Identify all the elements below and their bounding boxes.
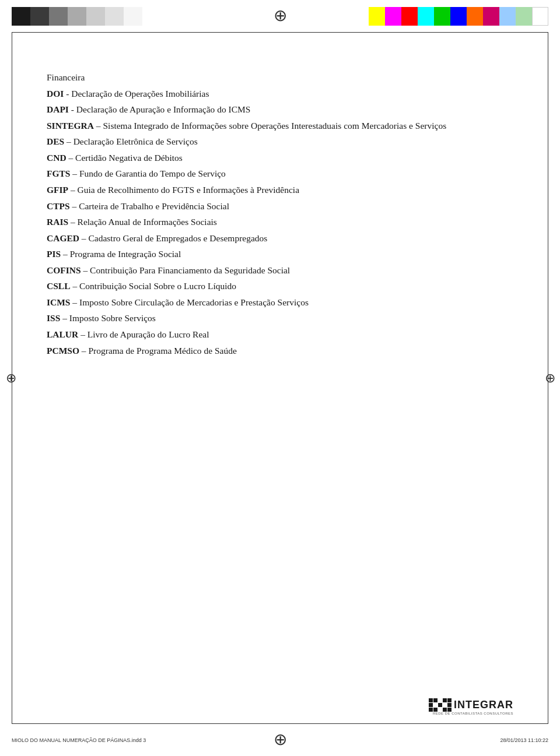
term-pis: PIS [47,249,61,259]
separator: – [61,249,70,259]
separator: – [81,265,90,275]
crosshair-right-icon: ⊕ [545,371,555,386]
definition-pis: Programa de Integração Social [70,249,181,259]
logo-text: INTEGRAR [454,699,513,711]
footer-left: MIOLO DO MANUAL NUMERAÇÃO DE PÁGINAS.ind… [12,737,146,743]
separator: – [79,346,89,356]
definition-dapi: Declaração de Apuração e Informação do I… [76,104,251,114]
term-rais: RAIS [47,217,68,227]
term-ctps: CTPS [47,201,70,211]
swatch [467,7,483,26]
definition-iss: Imposto Sobre Serviços [69,313,156,323]
definition-doi: Declaração de Operações Imobiliárias [71,89,209,99]
separator: - [64,89,71,99]
separator: – [66,153,76,163]
list-item: CTPS – Carteira de Trabalho e Previdênci… [47,199,513,214]
list-item: ICMS – Imposto Sobre Circulação de Merca… [47,295,513,310]
list-item: LALUR – Livro de Apuração do Lucro Real [47,327,513,342]
separator: – [68,185,78,195]
swatch [532,7,548,26]
crosshair-top-icon: ⊕ [274,6,287,25]
term-des: DES [47,136,64,146]
list-item: DES – Declaração Eletrônica de Serviços [47,134,513,149]
term-gfip: GFIP [47,185,68,195]
swatch [418,7,434,26]
swatch [499,7,516,26]
logo-area: INTEGRAR REDE DE CONTABILISTAS CONSULTOR… [429,698,513,715]
footer-bar: MIOLO DO MANUAL NUMERAÇÃO DE PÁGINAS.ind… [0,724,560,756]
definition-sintegra: Sistema Integrado de Informações sobre O… [103,121,446,131]
list-item: COFINS – Contribuição Para Financiamento… [47,263,513,278]
logo-subtext: REDE DE CONTABILISTAS CONSULTORES [433,712,513,715]
list-item: SINTEGRA – Sistema Integrado de Informaç… [47,118,513,133]
swatch [68,7,86,26]
separator: – [71,281,80,291]
list-item: DAPI - Declaração de Apuração e Informaç… [47,102,513,117]
swatch [86,7,105,26]
swatch [401,7,418,26]
definition-des: Declaração Eletrônica de Serviços [74,136,198,146]
definition-rais: Relação Anual de Informações Sociais [78,217,217,227]
definition-caged: Cadastro Geral de Empregados e Desempreg… [88,233,267,243]
color-strip-right [369,7,548,26]
list-item: RAIS – Relação Anual de Informações Soci… [47,215,513,230]
separator: – [64,136,74,146]
swatch [385,7,401,26]
term-caged: CAGED [47,233,79,243]
list-item: PIS – Programa de Integração Social [47,247,513,262]
separator: – [94,121,103,131]
integrar-logo: INTEGRAR REDE DE CONTABILISTAS CONSULTOR… [429,698,513,715]
definition-icms: Imposto Sobre Circulação de Mercadorias … [79,297,309,307]
main-content: Financeira DOI - Declaração de Operações… [47,70,513,709]
term-dapi: DAPI [47,104,69,114]
definition-ctps: Carteira de Trabalho e Previdência Socia… [79,201,229,211]
term-sintegra: SINTEGRA [47,121,94,131]
list-item: PCMSO – Programa de Programa Médico de S… [47,343,513,358]
list-item: CSLL – Contribuição Social Sobre o Lucro… [47,279,513,294]
list-item: ISS – Imposto Sobre Serviços [47,311,513,326]
definition-lalur: Livro de Apuração do Lucro Real [88,329,209,339]
definition-cnd: Certidão Negativa de Débitos [75,153,183,163]
list-item: DOI - Declaração de Operações Imobiliári… [47,86,513,101]
swatch [124,7,142,26]
swatch [30,7,49,26]
swatch [369,7,385,26]
separator: – [70,201,79,211]
crosshair-bottom-icon: ⊕ [274,730,287,749]
definition-csll: Contribuição Social Sobre o Lucro Líquid… [79,281,236,291]
list-item: CND – Certidão Negativa de Débitos [47,150,513,166]
content-title: Financeira [47,70,513,85]
list-item: GFIP – Guia de Recolhimento do FGTS e In… [47,182,513,198]
swatch [434,7,450,26]
footer-right: 28/01/2013 11:10:22 [500,737,548,743]
separator: - [69,104,76,114]
term-cofins: COFINS [47,265,81,275]
term-csll: CSLL [47,281,71,291]
definition-cofins: Contribuição Para Financiamento da Segur… [90,265,290,275]
swatch [105,7,124,26]
swatch [450,7,467,26]
term-pcmso: PCMSO [47,346,79,356]
definition-pcmso: Programa de Programa Médico de Saúde [88,346,236,356]
logo-grid-icon [429,698,452,712]
list-item: FGTS – Fundo de Garantia do Tempo de Ser… [47,166,513,181]
term-fgts: FGTS [47,168,70,178]
swatch [483,7,499,26]
definition-fgts: Fundo de Garantia do Tempo de Serviço [79,168,226,178]
border-top [12,32,548,33]
term-iss: ISS [47,313,60,323]
swatch [49,7,68,26]
term-cnd: CND [47,153,66,163]
list-item: CAGED – Cadastro Geral de Empregados e D… [47,231,513,246]
definition-gfip: Guia de Recolhimento do FGTS e Informaçõ… [78,185,300,195]
swatch [516,7,532,26]
term-doi: DOI [47,89,64,99]
separator: – [68,217,78,227]
term-lalur: LALUR [47,329,78,339]
separator: – [60,313,69,323]
separator: – [79,233,89,243]
separator: – [70,297,79,307]
swatch [12,7,30,26]
separator: – [78,329,88,339]
crosshair-left-icon: ⊕ [6,371,16,386]
